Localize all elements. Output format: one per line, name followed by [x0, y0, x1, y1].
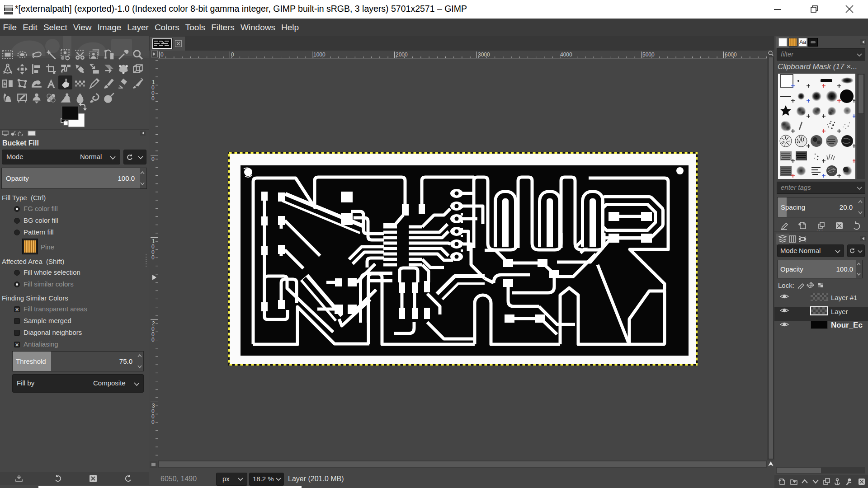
svg-text:0: 0: [231, 52, 234, 58]
svg-text:3000: 3000: [478, 52, 490, 58]
svg-text:2000: 2000: [396, 52, 408, 58]
svg-text:1000: 1000: [313, 52, 326, 58]
svg-text:0: 0: [151, 95, 155, 102]
svg-text:0: 0: [160, 52, 164, 58]
svg-text:6000: 6000: [725, 52, 737, 58]
svg-text:0: 0: [151, 156, 155, 162]
svg-text:0: 0: [151, 254, 155, 261]
svg-text:0: 0: [151, 419, 155, 425]
svg-text:5000: 5000: [642, 52, 655, 58]
svg-text:0: 0: [151, 337, 155, 343]
svg-text:4000: 4000: [560, 52, 572, 58]
